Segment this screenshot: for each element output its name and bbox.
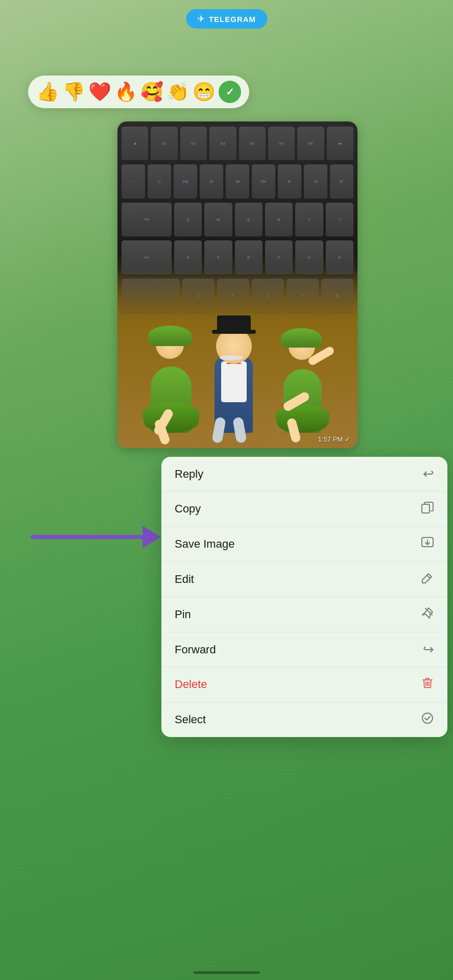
time-text: 1:57 PM [318, 435, 343, 443]
emoji-grin[interactable]: 😁 [193, 83, 216, 101]
pin-label: Pin [175, 608, 191, 621]
key-f1: F1 [151, 127, 177, 161]
key-w: W [204, 203, 232, 237]
chevron-down-icon: ✓ [226, 86, 234, 98]
key-y: Y [326, 203, 353, 237]
emoji-thumbs-down[interactable]: 👎 [62, 83, 85, 101]
menu-item-forward[interactable]: Forward ↪ [161, 632, 447, 667]
telegram-header: ✈ TELEGRAM [186, 9, 267, 29]
key-f3: F3 [209, 127, 236, 161]
menu-item-save-image[interactable]: Save Image [161, 527, 447, 562]
key-f5: F5 [268, 127, 295, 161]
reply-label: Reply [175, 468, 203, 481]
emoji-clap[interactable]: 👏 [166, 83, 189, 101]
delete-label: Delete [175, 678, 207, 691]
more-reactions-button[interactable]: ✓ [219, 81, 241, 103]
key-row-2: ~ 1! 2@ 3# 4$ 5% 6^ 7& 8* [122, 164, 353, 199]
key-q: Q [174, 203, 202, 237]
delete-icon [421, 676, 434, 693]
key-r: R [265, 203, 293, 237]
save-image-icon [421, 536, 434, 552]
menu-item-delete[interactable]: Delete [161, 667, 447, 702]
copy-icon [421, 501, 434, 517]
reply-icon: ↩ [423, 466, 434, 482]
menu-item-copy[interactable]: Copy [161, 492, 447, 527]
menu-item-reply[interactable]: Reply ↩ [161, 457, 447, 492]
key-4: 4$ [226, 164, 249, 199]
context-menu: Reply ↩ Copy Save Image Edit [161, 457, 447, 737]
forward-label: Forward [175, 643, 216, 656]
key-f6: F6 [297, 127, 324, 161]
edit-icon [421, 571, 434, 587]
app-name: TELEGRAM [209, 15, 256, 23]
key-2: 2@ [174, 164, 197, 199]
edit-label: Edit [175, 573, 194, 586]
svg-point-2 [422, 713, 433, 723]
key-t: T [295, 203, 323, 237]
select-label: Select [175, 713, 206, 726]
save-image-label: Save Image [175, 537, 234, 551]
key-8: 8* [330, 164, 353, 199]
key-7: 7& [304, 164, 327, 199]
key-5: 5% [252, 164, 275, 199]
telegram-icon: ✈ [197, 13, 205, 24]
menu-item-edit[interactable]: Edit [161, 562, 447, 597]
key-tab: TAB [122, 203, 172, 237]
message-image: ✱ F1 F2 F3 F4 F5 F6 ⏮ ~ 1! 2@ 3# 4$ 5% 6… [117, 121, 357, 448]
home-indicator [194, 971, 260, 974]
key-6: 6^ [278, 164, 301, 199]
key-esc: ✱ [122, 127, 148, 161]
key-3: 3# [200, 164, 223, 199]
svg-rect-0 [422, 504, 430, 513]
keyboard-background: ✱ F1 F2 F3 F4 F5 F6 ⏮ ~ 1! 2@ 3# 4$ 5% 6… [117, 121, 357, 448]
key-row-3: TAB Q W E R T Y [122, 203, 353, 237]
key-f4: F4 [239, 127, 266, 161]
emoji-heart[interactable]: ❤️ [88, 83, 111, 101]
key-f7: ⏮ [327, 127, 353, 161]
emoji-love-face[interactable]: 🥰 [140, 83, 163, 101]
read-checkmark: ✓ [345, 435, 350, 443]
arrow-head [142, 526, 161, 548]
pin-icon [421, 606, 434, 623]
forward-icon: ↪ [423, 642, 434, 657]
key-1: 1! [148, 164, 171, 199]
emoji-fire[interactable]: 🔥 [114, 83, 137, 101]
arrow-shaft [31, 535, 143, 539]
emoji-reaction-bar: 👍 👎 ❤️ 🔥 🥰 👏 😁 ✓ [28, 76, 249, 108]
menu-item-pin[interactable]: Pin [161, 597, 447, 632]
menu-item-select[interactable]: Select [161, 702, 447, 737]
key-f2: F2 [180, 127, 207, 161]
arrow-indicator [31, 526, 161, 548]
key-tilde: ~ [122, 164, 145, 199]
key-e: E [235, 203, 263, 237]
emoji-thumbs-up[interactable]: 👍 [36, 83, 59, 101]
copy-label: Copy [175, 502, 201, 516]
message-timestamp: 1:57 PM ✓ [318, 435, 350, 443]
select-icon [421, 712, 434, 728]
key-row-1: ✱ F1 F2 F3 F4 F5 F6 ⏮ [122, 127, 353, 161]
